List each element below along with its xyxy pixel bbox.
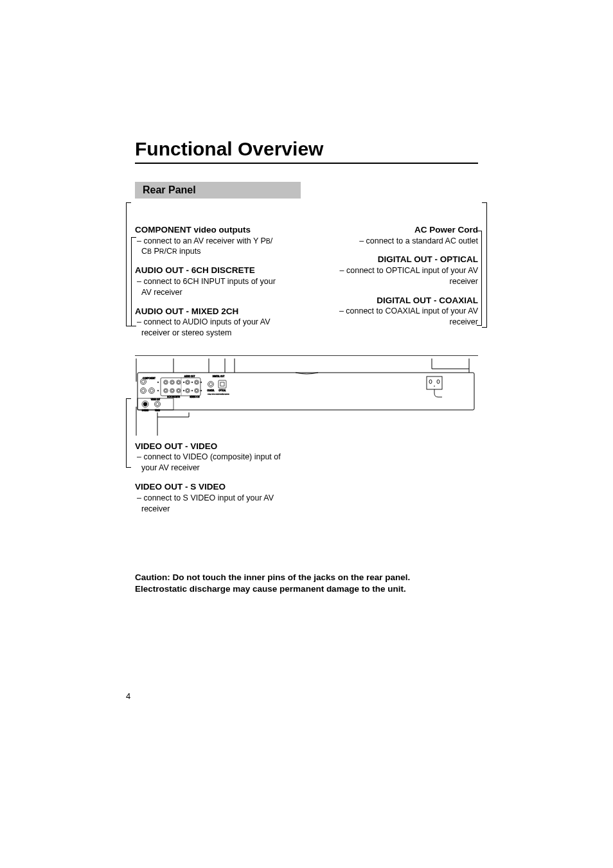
svg-point-49 (191, 382, 193, 383)
svg-text:6 CH DISCRETE: 6 CH DISCRETE (167, 396, 180, 398)
block-body: connect to S VIDEO input of your AV rece… (135, 493, 283, 515)
block-title: AUDIO OUT - MIXED 2CH (135, 306, 283, 317)
bottom-column: VIDEO OUT - VIDEO connect to VIDEO (comp… (135, 441, 283, 515)
block-digital-optical: DIGITAL OUT - OPTICAL – connect to OPTIC… (330, 254, 478, 287)
right-column: AC Power Cord – connect to a standard AC… (330, 224, 478, 346)
leader-line (126, 202, 131, 326)
rear-panel-diagram: COMPONENT AUDIO OUT (135, 355, 478, 436)
svg-text:OPTICAL: OPTICAL (218, 389, 226, 392)
block-body: connect to AUDIO inputs of your AV recei… (135, 317, 283, 339)
caution-text: Caution: Do not touch the inner pins of … (135, 572, 463, 594)
block-title: COMPONENT video outputs (135, 224, 283, 236)
leader-line (477, 231, 482, 326)
leader-line (126, 398, 131, 468)
svg-text:S-VIDEO: S-VIDEO (142, 409, 149, 412)
block-title: AUDIO OUT - 6CH DISCRETE (135, 265, 283, 276)
block-svideo-out: VIDEO OUT - S VIDEO connect to S VIDEO i… (135, 481, 283, 514)
svg-text:AUDIO OUT: AUDIO OUT (184, 375, 195, 378)
block-digital-coaxial: DIGITAL OUT - COAXIAL – connect to COAXI… (330, 295, 478, 328)
page-title: Functional Overview (135, 138, 478, 164)
block-component: COMPONENT video outputs connect to an AV… (135, 224, 283, 257)
block-audio-2ch: AUDIO OUT - MIXED 2CH connect to AUDIO i… (135, 306, 283, 339)
block-audio-6ch: AUDIO OUT - 6CH DISCRETE connect to 6CH … (135, 265, 283, 297)
svg-point-48 (183, 390, 184, 391)
svg-point-66 (144, 404, 145, 405)
block-video-out: VIDEO OUT - VIDEO connect to VIDEO (comp… (135, 441, 283, 474)
block-title: VIDEO OUT - VIDEO (135, 441, 283, 452)
leader-line (482, 202, 487, 328)
block-title: VIDEO OUT - S VIDEO (135, 481, 283, 493)
block-body: – connect to COAXIAL input of your AV re… (330, 306, 478, 328)
svg-rect-73 (427, 376, 442, 389)
block-title: DIGITAL OUT - OPTICAL (330, 254, 478, 265)
svg-point-63 (143, 402, 147, 406)
svg-text:VIDEO: VIDEO (155, 409, 160, 412)
block-title: DIGITAL OUT - COAXIAL (330, 295, 478, 306)
block-body: connect to VIDEO (composite) input of yo… (135, 452, 283, 474)
section-label: Rear Panel (135, 182, 301, 199)
svg-text:DIGITAL OUT: DIGITAL OUT (213, 375, 225, 378)
svg-point-64 (145, 402, 145, 403)
diagram-svg: COMPONENT AUDIO OUT (135, 359, 478, 436)
svg-point-65 (146, 402, 147, 403)
svg-point-46 (157, 390, 159, 391)
svg-point-50 (191, 390, 193, 391)
block-body: connect to an AV receiver with Y PB/ CB … (135, 236, 283, 258)
page-number: 4 (126, 691, 130, 701)
block-ac-power: AC Power Cord – connect to a standard AC… (330, 224, 478, 246)
left-column: COMPONENT video outputs connect to an AV… (135, 224, 283, 346)
block-title: AC Power Cord (330, 224, 478, 236)
block-body: – connect to a standard AC outlet (330, 236, 478, 247)
svg-text:MIXED 2 CH: MIXED 2 CH (190, 396, 200, 398)
svg-point-67 (147, 404, 147, 405)
block-body: – connect to OPTICAL input of your AV re… (330, 265, 478, 287)
content-area: COMPONENT video outputs connect to an AV… (135, 199, 478, 595)
leader-line (131, 237, 136, 326)
svg-point-47 (183, 382, 184, 383)
svg-point-52 (200, 390, 202, 391)
svg-point-51 (200, 382, 202, 383)
svg-text:COAXIAL: COAXIAL (207, 389, 215, 392)
block-body: connect to 6CH INPUT inputs of your AV r… (135, 276, 283, 298)
svg-rect-12 (138, 373, 474, 410)
svg-text:VIDEO OUT: VIDEO OUT (151, 398, 161, 401)
svg-point-45 (157, 382, 159, 383)
